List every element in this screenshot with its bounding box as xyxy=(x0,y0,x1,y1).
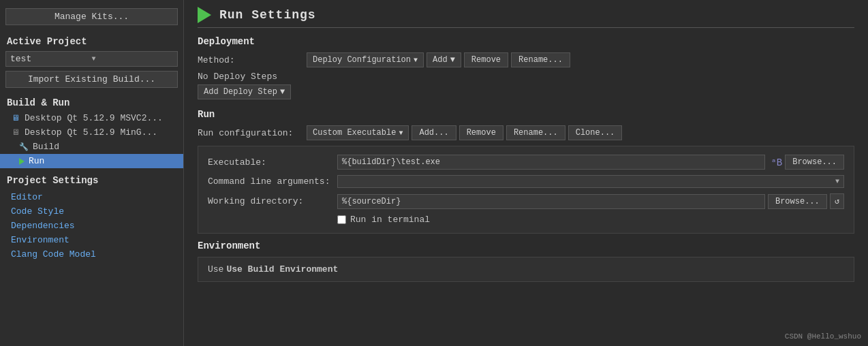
wrench-icon: 🔧 xyxy=(19,142,29,152)
run-play-icon xyxy=(198,7,211,23)
kit1-item[interactable]: 🖥 Desktop Qt 5.12.9 MSVC2... xyxy=(0,111,183,125)
ab-icon[interactable]: ᵃB xyxy=(771,157,782,168)
add-deploy-step-label: Add Deploy Step xyxy=(204,87,277,97)
working-dir-input[interactable] xyxy=(337,194,765,209)
chevron-down-icon: ▼ xyxy=(414,57,418,64)
run-config-label: Run configuration: xyxy=(198,128,307,138)
cmd-args-label: Command line arguments: xyxy=(208,176,337,187)
chevron-down-icon: ▼ xyxy=(399,129,403,137)
working-dir-label: Working directory: xyxy=(208,196,337,206)
chevron-down-icon: ▼ xyxy=(280,87,285,97)
add-label: Add xyxy=(433,55,448,65)
executable-input[interactable] xyxy=(337,155,765,170)
method-row: Method: Deploy Configuration ▼ Add ▼ Rem… xyxy=(198,52,854,67)
remove-run-config-button[interactable]: Remove xyxy=(459,125,503,140)
use-build-env-text: Use xyxy=(208,264,223,274)
working-dir-row: Working directory: Browse... ↺ xyxy=(208,193,844,209)
cmd-args-row: Command line arguments: ▼ xyxy=(208,175,844,188)
cmd-args-input[interactable]: ▼ xyxy=(337,175,844,188)
manage-kits-button[interactable]: Manage Kits... xyxy=(5,8,178,25)
working-dir-input-group: Browse... ↺ xyxy=(337,193,844,209)
play-icon xyxy=(19,158,25,165)
run-in-terminal-checkbox[interactable] xyxy=(337,215,346,224)
environment-header: Environment xyxy=(198,240,854,251)
project-name: test xyxy=(10,54,92,64)
executable-label: Executable: xyxy=(208,157,337,168)
executable-browse-button[interactable]: Browse... xyxy=(785,155,844,170)
no-deploy-steps-text: No Deploy Steps xyxy=(198,72,854,82)
environment-panel: Use Use Build Environment xyxy=(198,257,854,282)
sidebar-item-clang[interactable]: Clang Code Model xyxy=(0,247,183,262)
add-run-config-button[interactable]: Add... xyxy=(412,125,456,140)
kit2-label: Desktop Qt 5.12.9 MinG... xyxy=(25,127,157,138)
run-config-row: Run configuration: Custom Executable ▼ A… xyxy=(198,125,854,140)
rename-deploy-button[interactable]: Rename... xyxy=(511,52,570,67)
watermark: CSDN @Hello_wshuo xyxy=(785,332,861,341)
run-config-dropdown[interactable]: Custom Executable ▼ xyxy=(307,125,409,140)
executable-row: Executable: ᵃB Browse... xyxy=(208,155,844,170)
run-section: Run Run configuration: Custom Executable… xyxy=(198,109,854,234)
sidebar-item-editor[interactable]: Editor xyxy=(0,190,183,204)
sidebar: Manage Kits... Active Project test ▼ Imp… xyxy=(0,0,184,346)
chevron-down-icon: ▼ xyxy=(835,178,839,185)
remove-deploy-button[interactable]: Remove xyxy=(464,52,508,67)
run-config-value: Custom Executable xyxy=(313,128,396,138)
page-title: Run Settings xyxy=(219,8,316,22)
run-label: Run xyxy=(29,156,44,166)
add-deploy-dropdown[interactable]: Add ▼ xyxy=(427,52,461,67)
run-header: Run xyxy=(198,109,854,120)
reset-working-dir-button[interactable]: ↺ xyxy=(830,193,844,209)
sidebar-item-environment[interactable]: Environment xyxy=(0,233,183,247)
run-config-panel: Executable: ᵃB Browse... Command line ar… xyxy=(198,146,854,234)
working-dir-browse-button[interactable]: Browse... xyxy=(768,194,827,209)
build-run-label: Build & Run xyxy=(0,91,183,111)
project-settings-label: Project Settings xyxy=(0,168,183,190)
deployment-section: Deployment Method: Deploy Configuration … xyxy=(198,36,854,99)
import-existing-build-button[interactable]: Import Existing Build... xyxy=(5,71,178,88)
rename-run-config-button[interactable]: Rename... xyxy=(506,125,565,140)
build-item[interactable]: 🔧 Build xyxy=(0,140,183,154)
environment-section: Environment Use Use Build Environment xyxy=(198,240,854,282)
main-content: Run Settings Deployment Method: Deploy C… xyxy=(184,0,868,346)
executable-input-group: ᵃB Browse... xyxy=(337,155,844,170)
run-in-terminal-row: Run in terminal xyxy=(337,215,844,225)
project-selector[interactable]: test ▼ xyxy=(5,51,178,67)
run-in-terminal-label: Run in terminal xyxy=(350,215,430,225)
run-settings-header: Run Settings xyxy=(198,7,854,28)
sidebar-item-dependencies[interactable]: Dependencies xyxy=(0,219,183,233)
deploy-config-value: Deploy Configuration xyxy=(313,55,411,65)
monitor-icon: 🖥 xyxy=(11,114,20,123)
kit1-label: Desktop Qt 5.12.9 MSVC2... xyxy=(25,113,163,123)
run-item[interactable]: Run xyxy=(0,154,183,168)
build-label: Build xyxy=(33,142,59,152)
kit2-item[interactable]: 🖥 Desktop Qt 5.12.9 MinG... xyxy=(0,125,183,140)
monitor2-icon: 🖥 xyxy=(11,128,20,138)
active-project-label: Active Project xyxy=(0,32,183,50)
deploy-config-dropdown[interactable]: Deploy Configuration ▼ xyxy=(307,52,424,67)
clone-run-config-button[interactable]: Clone... xyxy=(568,125,623,140)
deployment-header: Deployment xyxy=(198,36,854,47)
use-build-env-bold: Use Build Environment xyxy=(226,264,338,274)
method-label: Method: xyxy=(198,55,307,65)
sidebar-item-code-style[interactable]: Code Style xyxy=(0,204,183,219)
chevron-down-icon: ▼ xyxy=(92,55,174,63)
chevron-down-icon: ▼ xyxy=(450,55,455,65)
add-deploy-step-button[interactable]: Add Deploy Step ▼ xyxy=(198,84,291,99)
